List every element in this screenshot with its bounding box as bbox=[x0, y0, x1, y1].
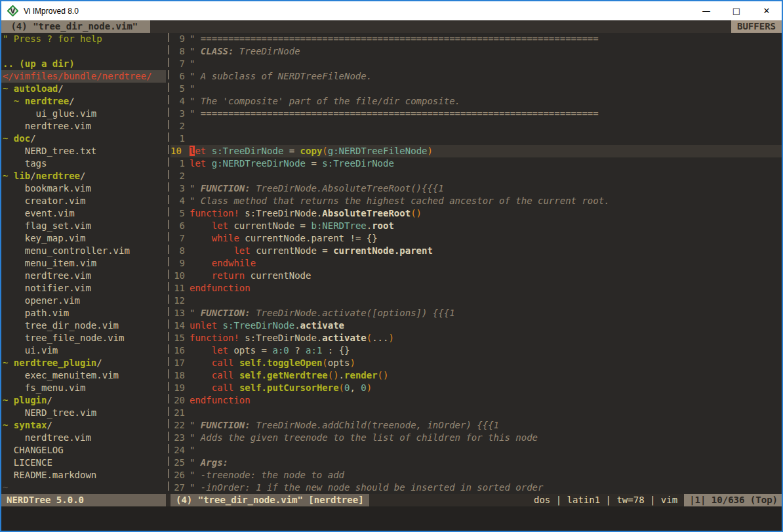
code-line[interactable]: 7 while currentNode.parent != {} bbox=[171, 232, 782, 245]
nerdtree-panel[interactable]: " Press ? for help.. (up a dir)</vimfile… bbox=[1, 33, 166, 494]
code-line[interactable]: 8" CLASS: TreeDirNode bbox=[171, 45, 782, 58]
tree-item[interactable]: exec_menuitem.vim bbox=[1, 369, 166, 382]
code-line[interactable]: 15function! s:TreeDirNode.activate(...) bbox=[171, 332, 782, 344]
tree-item[interactable]: NERD_tree.txt bbox=[1, 145, 166, 157]
tree-item[interactable]: tags bbox=[1, 157, 166, 170]
tree-item[interactable]: creator.vim bbox=[1, 195, 166, 207]
text-segment bbox=[190, 233, 212, 243]
code-line[interactable]: 9" =====================================… bbox=[171, 33, 782, 45]
tree-item[interactable]: ~ bbox=[1, 481, 166, 494]
tree-item[interactable]: NERD_tree.vim bbox=[1, 407, 166, 419]
tree-item[interactable]: fs_menu.vim bbox=[1, 382, 166, 394]
tree-item[interactable]: path.vim bbox=[1, 307, 166, 319]
buffers-label[interactable]: BUFFERS bbox=[731, 20, 782, 33]
tree-item[interactable]: LICENCE bbox=[1, 457, 166, 469]
tree-item[interactable]: ~ plugin/ bbox=[1, 394, 166, 407]
code-line[interactable]: 6" A subclass of NERDTreeFileNode. bbox=[171, 70, 782, 83]
tree-item[interactable]: ~ syntax/ bbox=[1, 419, 166, 432]
code-line[interactable]: 2 bbox=[171, 120, 782, 133]
text-segment bbox=[233, 358, 239, 368]
code-line[interactable]: 26" -treenode: the node to add bbox=[171, 469, 782, 481]
relative-line-number: 8 bbox=[171, 45, 185, 58]
relative-line-number: 8 bbox=[171, 245, 185, 257]
tree-item[interactable]: ~ autoload/ bbox=[1, 83, 166, 95]
tree-item[interactable]: ~ nerdtree_plugin/ bbox=[1, 357, 166, 369]
vim-icon bbox=[7, 5, 18, 16]
tree-item[interactable]: nerdtree.vim bbox=[1, 432, 166, 444]
code-line[interactable]: 23" Adds the given treenode to the list … bbox=[171, 432, 782, 444]
code-line[interactable]: 1let g:NERDTreeDirNode = s:TreeDirNode bbox=[171, 157, 782, 170]
tree-item[interactable]: ~ lib/nerdtree/ bbox=[1, 170, 166, 182]
code-line[interactable]: 27" -inOrder: 1 if the new node should b… bbox=[171, 481, 782, 494]
code-line[interactable]: 16 let opts = a:0 ? a:1 : {} bbox=[171, 344, 782, 357]
tree-item[interactable]: opener.vim bbox=[1, 295, 166, 307]
tree-item[interactable]: tree_file_node.vim bbox=[1, 332, 166, 344]
code-line[interactable]: 11endfunction bbox=[171, 282, 782, 295]
text-segment: ) bbox=[427, 146, 432, 156]
tree-item[interactable]: nerdtree.vim bbox=[1, 270, 166, 282]
code-line[interactable]: 5function! s:TreeDirNode.AbsoluteTreeRoo… bbox=[171, 207, 782, 220]
vertical-split-separator[interactable] bbox=[166, 33, 171, 494]
code-line[interactable]: 7" bbox=[171, 58, 782, 70]
separator-line bbox=[168, 33, 169, 494]
code-line[interactable]: 25" Args: bbox=[171, 457, 782, 469]
code-line[interactable]: 10let s:TreeDirNode = copy(g:NERDTreeFil… bbox=[171, 145, 782, 157]
code-line[interactable]: 3" =====================================… bbox=[171, 108, 782, 120]
tree-item[interactable] bbox=[1, 45, 166, 58]
maximize-button[interactable]: □ bbox=[721, 1, 752, 20]
tree-item[interactable]: nerdtree.vim bbox=[1, 120, 166, 133]
relative-line-number: 19 bbox=[171, 382, 185, 394]
code-line[interactable]: 17 call self.toggleOpen(opts) bbox=[171, 357, 782, 369]
code-line[interactable]: 8 let currentNode = currentNode.parent bbox=[171, 245, 782, 257]
code-line[interactable]: 4" Class method that returns the highest… bbox=[171, 195, 782, 207]
code-line[interactable]: 4" The 'composite' part of the file/dir … bbox=[171, 95, 782, 108]
code-line[interactable]: 24" bbox=[171, 444, 782, 457]
tree-item[interactable]: flag_set.vim bbox=[1, 220, 166, 232]
code-line[interactable]: 1 bbox=[171, 133, 782, 145]
code-line[interactable]: 12 bbox=[171, 295, 782, 307]
code-line[interactable]: 9 endwhile bbox=[171, 257, 782, 270]
code-line[interactable]: 10 return currentNode bbox=[171, 270, 782, 282]
tree-item[interactable]: </vimfiles/bundle/nerdtree/ bbox=[1, 70, 166, 83]
code-line[interactable]: 20endfunction bbox=[171, 394, 782, 407]
tree-item[interactable]: " Press ? for help bbox=[1, 33, 166, 45]
code-line[interactable]: 5" bbox=[171, 83, 782, 95]
code-line[interactable]: 2 bbox=[171, 170, 782, 182]
tree-item[interactable]: ui_glue.vim bbox=[1, 108, 166, 120]
tree-item[interactable]: README.markdown bbox=[1, 469, 166, 481]
code-line[interactable]: 18 call self.getNerdtree().render() bbox=[171, 369, 782, 382]
code-line[interactable]: 14unlet s:TreeDirNode.activate bbox=[171, 319, 782, 332]
tree-item[interactable]: CHANGELOG bbox=[1, 444, 166, 457]
close-button[interactable]: ✕ bbox=[752, 1, 782, 20]
tree-item[interactable]: .. (up a dir) bbox=[1, 58, 166, 70]
code-line[interactable]: 22" FUNCTION: TreeDirNode.addChild(treen… bbox=[171, 419, 782, 432]
text-segment: currentNode = bbox=[251, 245, 333, 256]
title-bar[interactable]: Vi IMproved 8.0 — □ ✕ bbox=[1, 1, 782, 20]
text-segment bbox=[206, 146, 211, 156]
relative-line-number: 11 bbox=[171, 282, 185, 295]
code-line[interactable]: 3" FUNCTION: TreeDirNode.AbsoluteTreeRoo… bbox=[171, 182, 782, 195]
command-line[interactable] bbox=[1, 506, 782, 531]
tree-item[interactable]: notifier.vim bbox=[1, 282, 166, 295]
tree-item[interactable]: menu_item.vim bbox=[1, 257, 166, 270]
code-line[interactable]: 21 bbox=[171, 407, 782, 419]
tree-item[interactable]: ui.vim bbox=[1, 344, 166, 357]
code-line[interactable]: 6 let currentNode = b:NERDTree.root bbox=[171, 220, 782, 232]
tree-item[interactable]: ~ doc/ bbox=[1, 133, 166, 145]
text-segment: self.toggleOpen bbox=[239, 358, 322, 368]
tree-item[interactable]: key_map.vim bbox=[1, 232, 166, 245]
editor-buffer[interactable]: 9" =====================================… bbox=[171, 33, 782, 494]
tree-item[interactable]: tree_dir_node.vim bbox=[1, 319, 166, 332]
tab-tree-dir-node[interactable]: (4) "tree_dir_node.vim" bbox=[1, 20, 150, 33]
text-segment: CHANGELOG bbox=[3, 445, 64, 455]
tree-item[interactable]: bookmark.vim bbox=[1, 182, 166, 195]
text-segment: endwhile bbox=[212, 258, 256, 268]
text-segment: CLASS: bbox=[201, 46, 234, 56]
tree-item[interactable]: event.vim bbox=[1, 207, 166, 220]
tree-item[interactable]: ~ nerdtree/ bbox=[1, 95, 166, 108]
minimize-button[interactable]: — bbox=[691, 1, 721, 20]
code-line[interactable]: 13" FUNCTION: TreeDirNode.activate([opti… bbox=[171, 307, 782, 319]
tree-item[interactable]: menu_controller.vim bbox=[1, 245, 166, 257]
code-line[interactable]: 19 call self.putCursorHere(0, 0) bbox=[171, 382, 782, 394]
text-segment: render bbox=[344, 370, 378, 380]
